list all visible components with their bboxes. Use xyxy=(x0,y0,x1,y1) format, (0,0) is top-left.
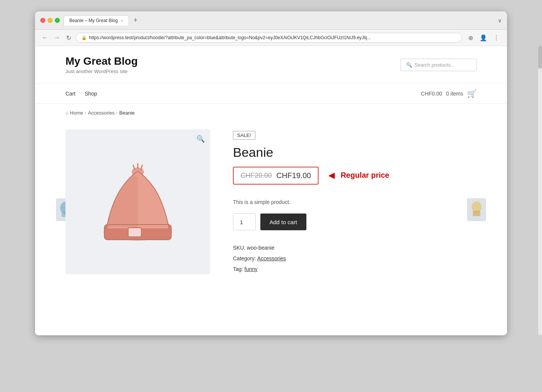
add-to-cart-button[interactable]: Add to cart xyxy=(260,214,306,230)
annotation-text: Regular price xyxy=(341,171,389,180)
product-title: Beanie xyxy=(233,145,477,160)
price-sale: CHF19.00 xyxy=(276,171,311,180)
browser-window: Beanie – My Great Blog × + ∨ ← → ↻ 🔒 htt… xyxy=(35,11,507,335)
breadcrumb: ⌂ Home › Accessories › Beanie xyxy=(35,104,507,122)
quantity-input[interactable] xyxy=(233,214,256,230)
sale-badge: SALE! xyxy=(233,131,255,140)
tab-close-icon[interactable]: × xyxy=(121,18,123,23)
sku-label: SKU: xyxy=(233,245,245,251)
tab-bar: Beanie – My Great Blog × + ∨ xyxy=(64,15,502,25)
active-tab[interactable]: Beanie – My Great Blog × xyxy=(64,15,129,25)
site-tagline: Just another WordPress site xyxy=(65,69,138,74)
lock-icon: 🔒 xyxy=(81,35,87,40)
url-bar[interactable]: 🔒 https://wordpress.test/product/hoodie/… xyxy=(76,33,462,43)
breadcrumb-current: Beanie xyxy=(119,110,134,116)
site-nav: Cart Shop CHF0.00 0 items 🛒 xyxy=(35,84,507,104)
svg-rect-4 xyxy=(128,228,141,237)
category-link[interactable]: Accessories xyxy=(257,255,286,261)
cart-amount: CHF0.00 xyxy=(421,91,442,97)
site-branding: My Great Blog Just another WordPress sit… xyxy=(65,55,138,74)
tab-title: Beanie – My Great Blog xyxy=(69,18,118,23)
breadcrumb-sep-1: › xyxy=(85,110,86,116)
maximize-button[interactable] xyxy=(55,18,60,23)
close-button[interactable] xyxy=(40,18,45,23)
traffic-lights xyxy=(40,18,60,23)
tag-link[interactable]: funny xyxy=(244,266,257,272)
svg-point-5 xyxy=(132,167,144,177)
nav-links: Cart Shop xyxy=(65,91,97,97)
product-image xyxy=(92,148,183,255)
nav-link-cart[interactable]: Cart xyxy=(65,91,75,97)
nav-link-shop[interactable]: Shop xyxy=(84,91,97,97)
category-label: Category: xyxy=(233,255,256,261)
product-image-container: 🔍 xyxy=(65,129,210,274)
cart-icon[interactable]: 🛒 xyxy=(467,89,477,98)
site-header: My Great Blog Just another WordPress sit… xyxy=(35,46,507,84)
price-annotation: ◄ Regular price xyxy=(326,169,389,182)
arrow-icon: ◄ xyxy=(326,169,337,182)
page-content: My Great Blog Just another WordPress sit… xyxy=(35,46,507,335)
search-box[interactable]: 🔍 Search products... xyxy=(400,59,477,71)
refresh-button[interactable]: ↻ xyxy=(65,33,73,42)
back-button[interactable]: ← xyxy=(40,33,49,42)
price-box: CHF20.00 CHF19.00 xyxy=(233,167,319,185)
url-text: https://wordpress.test/product/hoodie/?a… xyxy=(89,35,456,40)
home-icon: ⌂ xyxy=(65,110,69,116)
minimize-button[interactable] xyxy=(48,18,53,23)
sku-row: SKU: woo-beanie xyxy=(233,242,477,253)
menu-button[interactable]: ⋮ xyxy=(491,32,502,43)
browser-actions: ⊕ 👤 ⋮ xyxy=(465,32,502,43)
price-original: CHF20.00 xyxy=(241,172,272,180)
product-meta: SKU: woo-beanie Category: Accessories Ta… xyxy=(233,242,477,274)
search-placeholder: Search products... xyxy=(414,62,455,68)
breadcrumb-accessories[interactable]: Accessories xyxy=(88,110,115,116)
breadcrumb-home[interactable]: Home xyxy=(70,110,83,116)
search-icon: 🔍 xyxy=(406,62,412,68)
tag-row: Tag: funny xyxy=(233,264,477,274)
product-description: This is a simple product. xyxy=(233,199,477,205)
forward-button[interactable]: → xyxy=(53,33,62,42)
sku-value: woo-beanie xyxy=(247,245,274,251)
tag-label: Tag: xyxy=(233,266,243,272)
site-title: My Great Blog xyxy=(65,55,138,67)
add-to-cart-area: Add to cart xyxy=(233,214,477,230)
product-details: SALE! Beanie CHF20.00 CHF19.00 ◄ Regular… xyxy=(233,129,477,274)
next-product-thumb[interactable] xyxy=(467,198,486,221)
zoom-icon[interactable]: 🔍 xyxy=(196,135,205,143)
category-row: Category: Accessories xyxy=(233,253,477,264)
cart-items: 0 items xyxy=(446,91,463,97)
tab-dropdown-button[interactable]: ∨ xyxy=(498,18,502,24)
breadcrumb-sep-2: › xyxy=(116,110,118,116)
browser-titlebar: Beanie – My Great Blog × + ∨ xyxy=(35,11,507,30)
product-section: 🔍 xyxy=(35,122,507,297)
cart-info: CHF0.00 0 items 🛒 xyxy=(421,89,477,98)
profile-button[interactable]: 👤 xyxy=(478,32,489,43)
svg-rect-12 xyxy=(473,211,480,216)
extensions-button[interactable]: ⊕ xyxy=(465,32,476,43)
new-tab-button[interactable]: + xyxy=(131,16,141,25)
address-bar: ← → ↻ 🔒 https://wordpress.test/product/h… xyxy=(35,30,507,46)
